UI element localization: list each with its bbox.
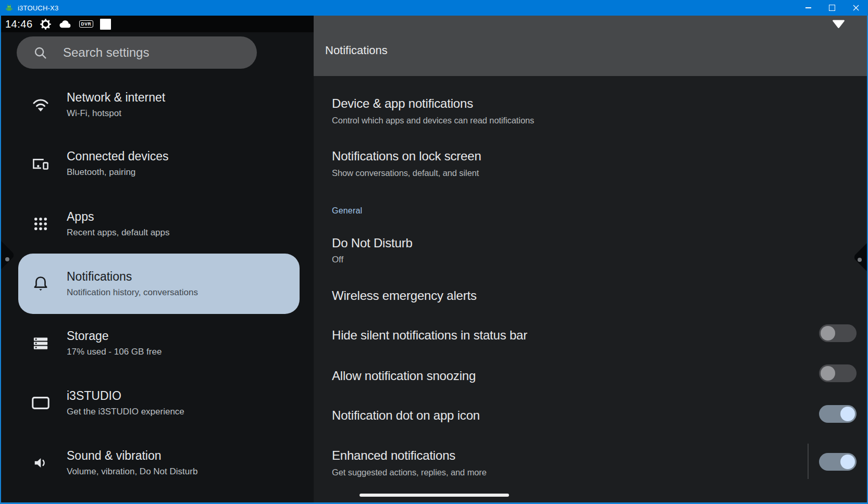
settings-gear-icon xyxy=(40,18,52,30)
sidebar-item-label: Network & internet xyxy=(67,91,165,105)
search-placeholder: Search settings xyxy=(63,45,149,60)
white-square-icon xyxy=(100,19,111,30)
window-title: i3TOUCH-X3 xyxy=(18,4,58,12)
storage-icon xyxy=(31,336,50,350)
row-title: Do Not Disturb xyxy=(332,236,801,250)
row-subtitle: Off xyxy=(332,255,801,265)
toggle-enhanced-notifications[interactable] xyxy=(819,453,857,471)
row-hide-silent-notifications[interactable]: Hide silent notifications in status bar xyxy=(332,329,801,342)
apps-grid-icon xyxy=(31,217,50,231)
section-header-general: General xyxy=(332,206,362,216)
sidebar-item-label: Notifications xyxy=(67,270,198,284)
row-subtitle: Show conversations, default, and silent xyxy=(332,168,801,178)
minimize-button[interactable] xyxy=(796,0,820,16)
row-title: Enhanced notifications xyxy=(332,449,801,462)
wifi-full-icon xyxy=(832,19,845,31)
sidebar-item-sublabel: Notification history, conversations xyxy=(67,287,198,298)
sidebar-item-text: Sound & vibration Volume, vibration, Do … xyxy=(67,449,197,477)
speaker-icon xyxy=(31,456,50,470)
sidebar-item-sublabel: 17% used - 106 GB free xyxy=(67,347,162,357)
sidebar-item-label: i3STUDIO xyxy=(67,389,184,403)
maximize-button[interactable] xyxy=(820,0,844,16)
android-status-bar: 14:46 DVR xyxy=(0,16,314,32)
row-title: Device & app notifications xyxy=(332,97,801,110)
left-edge-handle-dot xyxy=(5,257,9,261)
page-title: Notifications xyxy=(325,44,388,57)
search-icon xyxy=(33,46,47,60)
window-titlebar: i3TOUCH-X3 xyxy=(0,0,868,16)
bell-icon xyxy=(31,275,50,292)
row-subtitle: Control which apps and devices can read … xyxy=(332,115,801,125)
row-notification-dot[interactable]: Notification dot on app icon xyxy=(332,409,801,422)
row-notifications-lock-screen[interactable]: Notifications on lock screen Show conver… xyxy=(332,149,801,178)
window-border-left xyxy=(0,16,1,504)
toggle-knob xyxy=(840,407,855,421)
row-do-not-disturb[interactable]: Do Not Disturb Off xyxy=(332,236,801,265)
minimize-icon xyxy=(805,7,811,8)
toggle-notification-dot[interactable] xyxy=(819,405,857,423)
toggle-hide-silent-notifications[interactable] xyxy=(819,324,857,342)
sidebar-item-notifications[interactable]: Notifications Notification history, conv… xyxy=(18,254,300,314)
toggle-knob xyxy=(840,455,855,469)
sidebar-item-sublabel: Bluetooth, pairing xyxy=(67,167,169,178)
sidebar-item-sublabel: Volume, vibration, Do Not Disturb xyxy=(67,467,197,477)
sidebar-item-storage[interactable]: Storage 17% used - 106 GB free xyxy=(18,313,300,373)
row-subtitle: Get suggested actions, replies, and more xyxy=(332,467,801,477)
sidebar-item-text: Notifications Notification history, conv… xyxy=(67,270,198,298)
sidebar-item-label: Storage xyxy=(67,329,162,343)
cloud-icon xyxy=(58,19,72,29)
row-title: Allow notification snoozing xyxy=(332,369,801,383)
devices-icon xyxy=(31,156,50,171)
toggle-knob xyxy=(821,326,835,341)
android-logo-icon xyxy=(5,4,14,12)
row-allow-notification-snoozing[interactable]: Allow notification snoozing xyxy=(332,369,801,383)
close-button[interactable] xyxy=(844,0,868,16)
sidebar-item-apps[interactable]: Apps Recent apps, default apps xyxy=(18,194,300,254)
sidebar-item-label: Connected devices xyxy=(67,149,169,163)
sidebar-item-connected-devices[interactable]: Connected devices Bluetooth, pairing xyxy=(18,133,300,194)
board-icon xyxy=(31,396,50,410)
dvr-badge: DVR xyxy=(79,20,94,28)
notifications-panel: Notifications Device & app notifications… xyxy=(314,16,867,504)
sidebar-item-i3studio[interactable]: i3STUDIO Get the i3STUDIO experience xyxy=(18,373,300,433)
search-input[interactable]: Search settings xyxy=(17,36,257,69)
sidebar-item-text: Connected devices Bluetooth, pairing xyxy=(67,149,169,178)
maximize-icon xyxy=(829,5,835,11)
right-edge-handle-dot xyxy=(858,258,862,262)
wifi-icon xyxy=(31,98,50,111)
row-wireless-emergency-alerts[interactable]: Wireless emergency alerts xyxy=(332,289,801,303)
settings-sidebar: 14:46 DVR Search se xyxy=(0,16,314,504)
sidebar-item-label: Sound & vibration xyxy=(67,449,197,463)
sidebar-item-sublabel: Recent apps, default apps xyxy=(67,228,170,238)
app-window: i3TOUCH-X3 14:46 xyxy=(0,0,868,504)
sidebar-item-text: i3STUDIO Get the i3STUDIO experience xyxy=(67,389,184,417)
row-title: Notification dot on app icon xyxy=(332,409,801,422)
sidebar-item-network[interactable]: Network & internet Wi-Fi, hotspot xyxy=(18,74,300,135)
row-title: Hide silent notifications in status bar xyxy=(332,329,801,342)
toggle-allow-snoozing[interactable] xyxy=(819,364,857,382)
row-enhanced-notifications[interactable]: Enhanced notifications Get suggested act… xyxy=(332,449,801,477)
close-icon xyxy=(853,5,859,11)
panel-header: Notifications xyxy=(314,16,867,76)
sidebar-item-sublabel: Get the i3STUDIO experience xyxy=(67,407,184,417)
row-title: Notifications on lock screen xyxy=(332,149,801,163)
horizontal-scrollbar[interactable] xyxy=(359,494,509,497)
sidebar-item-sound[interactable]: Sound & vibration Volume, vibration, Do … xyxy=(18,433,300,493)
status-clock: 14:46 xyxy=(5,18,33,30)
window-controls xyxy=(796,0,868,16)
sidebar-item-sublabel: Wi-Fi, hotspot xyxy=(67,108,165,119)
sidebar-item-text: Network & internet Wi-Fi, hotspot xyxy=(67,91,165,119)
row-device-app-notifications[interactable]: Device & app notifications Control which… xyxy=(332,97,801,125)
toggle-knob xyxy=(821,366,835,381)
sidebar-item-text: Storage 17% used - 106 GB free xyxy=(67,329,162,357)
toggle-divider xyxy=(808,444,809,479)
sidebar-item-label: Apps xyxy=(67,210,170,224)
row-title: Wireless emergency alerts xyxy=(332,289,801,303)
sidebar-item-text: Apps Recent apps, default apps xyxy=(67,210,170,238)
